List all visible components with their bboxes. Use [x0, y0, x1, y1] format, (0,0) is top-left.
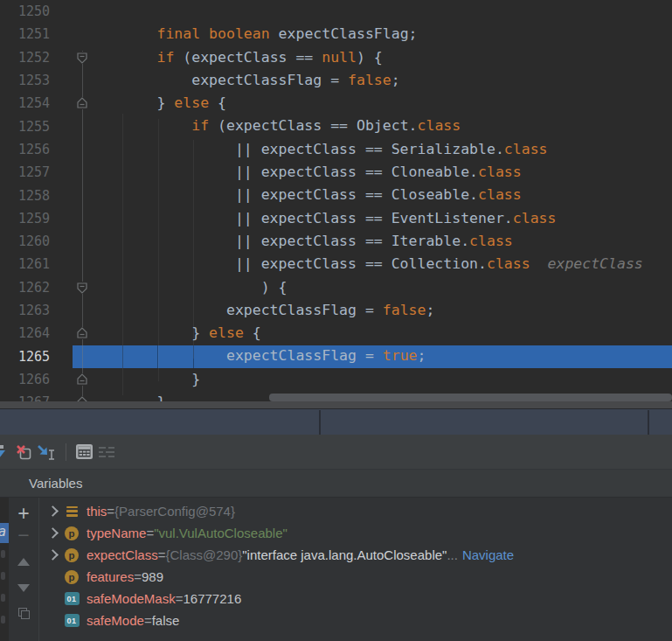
- line-number[interactable]: 1265: [0, 349, 50, 365]
- code-line[interactable]: [87, 0, 672, 23]
- code-token-keyword: if: [156, 49, 174, 66]
- variables-title: Variables: [29, 476, 82, 491]
- gutter-line[interactable]: 1257: [0, 161, 96, 184]
- code-editor[interactable]: 125012511252 12531254 125512561257125812…: [0, 0, 672, 401]
- remove-watch-icon: −: [17, 526, 29, 544]
- gutter-line[interactable]: 1254: [0, 92, 96, 115]
- evaluate-expression-icon[interactable]: [73, 442, 95, 463]
- line-number[interactable]: 1259: [0, 211, 50, 226]
- line-number[interactable]: 1260: [0, 233, 50, 249]
- inline-debugger-hint: expectClass: [530, 255, 643, 272]
- gutter-line[interactable]: 1259: [0, 207, 96, 230]
- line-number[interactable]: 1262: [0, 280, 50, 296]
- code-token: ) {: [357, 49, 383, 66]
- line-number[interactable]: 1255: [0, 119, 50, 135]
- code-line[interactable]: expectClassFlag = true;: [87, 345, 672, 367]
- variable-row-safeModeMask[interactable]: 01safeModeMask = 16777216: [40, 588, 672, 610]
- gutter-line[interactable]: 1263: [0, 299, 96, 322]
- code-line[interactable]: || expectClass == Cloneable.class: [87, 161, 672, 184]
- code-token-keyword: false: [383, 302, 426, 318]
- line-number[interactable]: 1251: [0, 26, 50, 42]
- variable-row-features[interactable]: pfeatures = 989: [40, 566, 672, 588]
- code-token-keyword: false: [348, 72, 391, 88]
- add-watch-icon: +: [17, 505, 29, 522]
- code-token: [87, 49, 156, 66]
- code-line[interactable]: expectClassFlag = false;: [87, 299, 672, 322]
- gutter-line[interactable]: 1267: [0, 391, 96, 401]
- add-watch-button[interactable]: +: [9, 503, 38, 524]
- show-execution-point-icon[interactable]: [0, 442, 12, 463]
- code-line[interactable]: || expectClass == Iterable.class: [87, 230, 672, 253]
- line-number[interactable]: 1252: [0, 50, 50, 66]
- gutter-line[interactable]: 1256: [0, 138, 96, 161]
- line-number[interactable]: 1264: [0, 325, 50, 341]
- gutter-line[interactable]: 1264: [0, 322, 96, 345]
- code-line[interactable]: } else {: [87, 322, 672, 345]
- gutter-line[interactable]: 1251: [0, 23, 96, 45]
- editor-gutter[interactable]: 125012511252 12531254 125512561257125812…: [0, 0, 96, 401]
- variable-row-safeMode[interactable]: 01safeMode = false: [40, 610, 672, 631]
- gutter-line[interactable]: 1260: [0, 230, 96, 253]
- move-watch-down-button[interactable]: [9, 577, 38, 598]
- layout-settings-icon[interactable]: [95, 442, 118, 463]
- expand-chevron-icon[interactable]: [44, 500, 63, 522]
- run-to-cursor-icon[interactable]: [35, 442, 58, 463]
- clipped-text-fragment: [1, 572, 5, 580]
- code-line[interactable]: || expectClass == EventListener.class: [87, 207, 672, 230]
- gutter-line[interactable]: 1266: [0, 368, 96, 391]
- navigate-link[interactable]: Navigate: [462, 547, 514, 562]
- object-reference: {ParserConfig@574}: [114, 504, 235, 519]
- line-number[interactable]: 1257: [0, 164, 50, 180]
- gutter-line[interactable]: 1255: [0, 115, 96, 137]
- panel-splitter[interactable]: [0, 401, 672, 408]
- code-token: }: [87, 94, 174, 111]
- code-area[interactable]: final boolean expectClassFlag; if (expec…: [87, 0, 672, 401]
- line-number[interactable]: 1258: [0, 188, 50, 204]
- expand-chevron-icon[interactable]: [44, 522, 63, 544]
- line-number[interactable]: 1266: [0, 372, 50, 387]
- drop-frame-icon[interactable]: [12, 442, 35, 463]
- code-line[interactable]: final boolean expectClassFlag;: [87, 23, 672, 45]
- line-number[interactable]: 1256: [0, 142, 50, 157]
- gutter-line[interactable]: 1262: [0, 276, 96, 299]
- code-token: expectClassFlag =: [87, 302, 383, 318]
- gutter-line[interactable]: 1252: [0, 46, 96, 69]
- variable-row-this[interactable]: this = {ParserConfig@574}: [40, 500, 672, 522]
- variable-row-typeName[interactable]: ptypeName = "vul.VulAutoCloseable": [40, 522, 672, 544]
- variable-name: safeMode: [87, 613, 144, 628]
- string-value: "vul.VulAutoCloseable": [154, 526, 288, 540]
- gutter-line[interactable]: 1258: [0, 184, 96, 206]
- variables-panel-header[interactable]: Variables: [0, 469, 672, 498]
- code-line[interactable]: } else {: [87, 92, 672, 115]
- line-number[interactable]: 1267: [0, 394, 50, 401]
- remove-watch-button[interactable]: −: [9, 525, 38, 546]
- code-line[interactable]: if (expectClass == Object.class: [87, 115, 672, 137]
- code-line[interactable]: || expectClass == Serializable.class: [87, 138, 672, 161]
- gutter-line[interactable]: 1265: [0, 345, 96, 367]
- move-watch-up-button[interactable]: [9, 551, 38, 572]
- line-number[interactable]: 1250: [0, 3, 50, 19]
- code-line[interactable]: expectClassFlag = false;: [87, 69, 672, 92]
- expand-chevron-icon[interactable]: [44, 544, 63, 566]
- variable-row-expectClass[interactable]: pexpectClass = {Class@290} "interface ja…: [40, 544, 672, 566]
- gutter-line[interactable]: 1250: [0, 0, 96, 23]
- code-line[interactable]: ) {: [87, 276, 672, 299]
- code-token-keyword: else: [209, 324, 244, 341]
- code-line[interactable]: }: [87, 368, 672, 391]
- code-token-keyword: else: [174, 94, 209, 111]
- line-number[interactable]: 1261: [0, 256, 50, 272]
- code-line[interactable]: if (expectClass == null) {: [87, 46, 672, 69]
- line-number[interactable]: 1263: [0, 303, 50, 318]
- line-number[interactable]: 1254: [0, 95, 50, 111]
- horizontal-scrollbar-thumb[interactable]: [269, 394, 672, 401]
- clipped-text-fragment: [1, 594, 5, 602]
- duplicate-watch-button[interactable]: [9, 603, 38, 624]
- variables-tree[interactable]: this = {ParserConfig@574}ptypeName = "vu…: [40, 498, 672, 641]
- gutter-line[interactable]: 1253: [0, 69, 96, 92]
- line-number[interactable]: 1253: [0, 73, 50, 88]
- move-watch-up-icon: [17, 558, 30, 566]
- gutter-line[interactable]: 1261: [0, 253, 96, 275]
- code-line[interactable]: || expectClass == Collection.class expec…: [87, 253, 672, 275]
- code-line[interactable]: || expectClass == Closeable.class: [87, 184, 672, 206]
- primitive-value: 989: [142, 569, 163, 584]
